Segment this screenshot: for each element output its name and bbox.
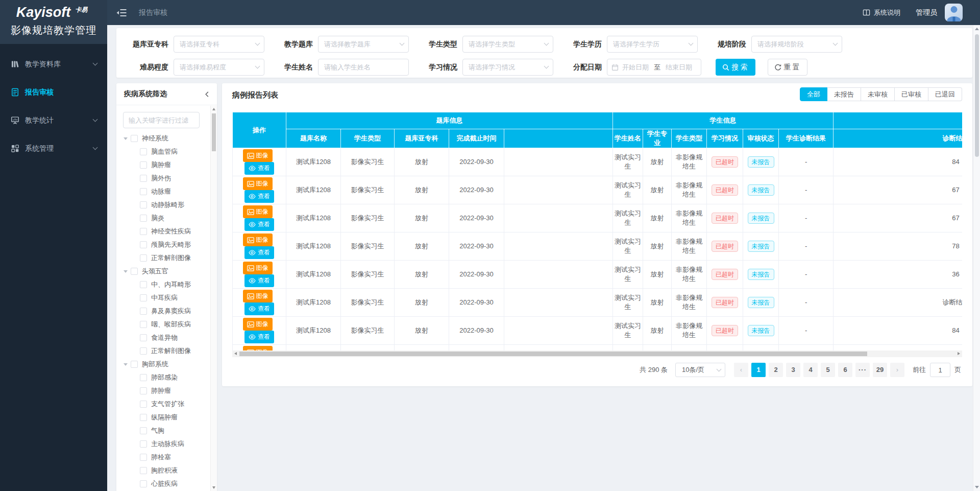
tree-leaf-node[interactable]: 胸腔积液 <box>116 464 217 477</box>
view-button[interactable]: 查看 <box>244 218 274 231</box>
view-button[interactable]: 查看 <box>244 246 274 259</box>
page-button-29[interactable]: 29 <box>873 363 887 377</box>
tree-leaf-node[interactable]: 纵隔肿瘤 <box>116 411 217 424</box>
checkbox[interactable] <box>140 241 147 248</box>
tab-全部[interactable]: 全部 <box>800 87 827 101</box>
tab-已退回[interactable]: 已退回 <box>928 87 962 101</box>
tree-expand-caret-icon[interactable] <box>124 270 128 273</box>
sidebar-fold-icon[interactable] <box>116 9 127 17</box>
image-button[interactable]: 图像 <box>243 205 273 218</box>
tab-已审核[interactable]: 已审核 <box>895 87 928 101</box>
checkbox[interactable] <box>140 294 147 301</box>
image-button[interactable]: 图像 <box>243 346 273 350</box>
checkbox[interactable] <box>131 135 138 142</box>
hscrollbar-thumb[interactable] <box>239 352 867 356</box>
image-button[interactable]: 图像 <box>243 262 273 274</box>
image-button[interactable]: 图像 <box>243 290 273 302</box>
tree-leaf-node[interactable]: 脑炎 <box>116 212 217 225</box>
checkbox[interactable] <box>140 454 147 461</box>
scroll-down-icon[interactable] <box>975 486 979 488</box>
tree-leaf-node[interactable]: 肺栓塞 <box>116 451 217 464</box>
tree-leaf-node[interactable]: 中耳疾病 <box>116 291 217 305</box>
sidebar-item-system-management[interactable]: 系统管理 <box>0 134 107 162</box>
student-degree-select[interactable]: 请选择学生学历 <box>607 36 698 53</box>
tree-leaf-node[interactable]: 肺肿瘤 <box>116 384 217 398</box>
scroll-up-icon[interactable] <box>975 28 979 30</box>
tree-expand-caret-icon[interactable] <box>124 137 128 140</box>
checkbox[interactable] <box>140 387 147 394</box>
tree-leaf-node[interactable]: 主动脉疾病 <box>116 437 217 451</box>
image-button[interactable]: 图像 <box>243 233 273 246</box>
image-button[interactable]: 图像 <box>243 149 273 162</box>
sidebar-item-teaching-statistics[interactable]: 教学统计 <box>0 106 107 134</box>
study-status-select[interactable]: 请选择学习情况 <box>462 59 553 76</box>
checkbox[interactable] <box>140 161 147 169</box>
user-avatar[interactable] <box>945 4 963 21</box>
view-button[interactable]: 查看 <box>244 162 274 175</box>
tab-未审核[interactable]: 未审核 <box>861 87 895 101</box>
view-button[interactable]: 查看 <box>244 190 274 203</box>
tree-leaf-node[interactable]: 鼻及鼻窦疾病 <box>116 305 217 318</box>
scroll-up-icon[interactable] <box>212 108 215 110</box>
checkbox[interactable] <box>140 467 147 474</box>
checkbox[interactable] <box>140 148 147 155</box>
tree-leaf-node[interactable]: 心脏疾病 <box>116 477 217 490</box>
checkbox[interactable] <box>140 228 147 235</box>
tree-leaf-node[interactable]: 动脉瘤 <box>116 185 217 198</box>
view-button[interactable]: 查看 <box>244 302 274 315</box>
tree-leaf-node[interactable]: 正常解剖图像 <box>116 344 217 358</box>
sidebar-item-report-review[interactable]: 报告审核 <box>0 78 107 106</box>
checkbox[interactable] <box>140 281 147 288</box>
checkbox[interactable] <box>140 427 147 434</box>
page-size-select[interactable]: 10条/页 <box>675 363 725 377</box>
checkbox[interactable] <box>140 175 147 182</box>
checkbox[interactable] <box>140 334 147 341</box>
checkbox[interactable] <box>140 308 147 315</box>
checkbox[interactable] <box>140 440 147 448</box>
checkbox[interactable] <box>140 188 147 195</box>
table-horizontal-scrollbar[interactable] <box>232 350 962 357</box>
tree-group-node[interactable]: 胸部系统 <box>116 358 217 371</box>
tree-leaf-node[interactable]: 脑外伤 <box>116 172 217 185</box>
page-button-5[interactable]: 5 <box>821 363 835 377</box>
scroll-left-icon[interactable] <box>234 352 237 355</box>
scroll-right-icon[interactable] <box>958 352 960 355</box>
tree-group-node[interactable]: 神经系统 <box>116 132 217 145</box>
scroll-down-icon[interactable] <box>212 486 215 489</box>
view-button[interactable]: 查看 <box>244 331 274 343</box>
tree-group-node[interactable]: 头颈五官 <box>116 265 217 278</box>
checkbox[interactable] <box>140 374 147 381</box>
checkbox[interactable] <box>140 254 147 262</box>
tree-leaf-node[interactable]: 神经变性疾病 <box>116 225 217 238</box>
tree-leaf-node[interactable]: 颅脑先天畸形 <box>116 238 217 251</box>
search-button[interactable]: 搜索 <box>716 59 755 76</box>
page-scrollbar[interactable] <box>973 25 980 491</box>
checkbox[interactable] <box>140 321 147 328</box>
student-type-select[interactable]: 请选择学生类型 <box>462 36 553 53</box>
student-name-input[interactable]: 请输入学生姓名 <box>318 59 409 76</box>
tree-leaf-node[interactable]: 动静脉畸形 <box>116 198 217 212</box>
image-button[interactable]: 图像 <box>243 318 273 331</box>
page-button-6[interactable]: 6 <box>838 363 852 377</box>
more-pages-icon[interactable]: ··· <box>855 363 870 377</box>
image-button[interactable]: 图像 <box>243 177 273 190</box>
page-button-2[interactable]: 2 <box>769 363 783 377</box>
difficulty-select[interactable]: 请选择难易程度 <box>174 59 264 76</box>
page-button-1[interactable]: 1 <box>751 363 766 377</box>
prev-page-button[interactable]: ‹ <box>734 363 748 377</box>
checkbox[interactable] <box>131 361 138 368</box>
tree-leaf-node[interactable]: 气胸 <box>116 424 217 437</box>
checkbox[interactable] <box>140 347 147 355</box>
tab-未报告[interactable]: 未报告 <box>827 87 861 101</box>
tree-leaf-node[interactable]: 中、内耳畸形 <box>116 278 217 291</box>
tree-leaf-node[interactable]: 正常解剖图像 <box>116 251 217 265</box>
tree-filter-input[interactable] <box>123 112 200 128</box>
training-stage-select[interactable]: 请选择规培阶段 <box>751 36 842 53</box>
checkbox[interactable] <box>140 480 147 487</box>
goto-page-input[interactable] <box>930 363 950 377</box>
tree-leaf-node[interactable]: 支气管扩张 <box>116 398 217 411</box>
checkbox[interactable] <box>140 414 147 421</box>
checkbox[interactable] <box>140 201 147 208</box>
tree-leaf-node[interactable]: 食道异物 <box>116 331 217 344</box>
panel-collapse-icon[interactable] <box>204 91 210 98</box>
